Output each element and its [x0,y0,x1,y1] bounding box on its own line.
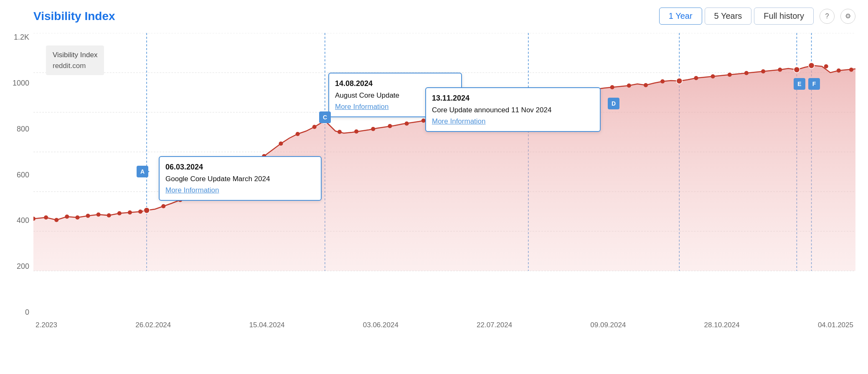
svg-point-23 [128,210,132,215]
svg-point-57 [676,78,682,84]
svg-point-35 [312,125,317,129]
svg-point-41 [405,121,409,126]
svg-point-60 [728,73,732,77]
svg-point-38 [354,129,358,134]
svg-point-39 [371,127,375,131]
svg-point-68 [849,68,853,72]
svg-point-49 [543,97,547,101]
svg-point-46 [488,106,492,111]
svg-point-64 [794,67,799,73]
svg-point-47 [505,104,510,108]
svg-point-21 [107,213,111,217]
marker-D[interactable]: D [608,98,619,109]
y-axis: 0 200 400 600 800 1000 1.2K [6,33,29,317]
svg-point-59 [711,74,715,78]
x-label-4: 22.07.2024 [477,321,512,350]
svg-point-32 [262,154,266,158]
svg-point-25 [144,207,150,213]
svg-point-65 [809,63,815,68]
svg-point-16 [54,218,58,222]
marker-B[interactable]: C [319,111,331,123]
marker-A[interactable]: A [137,166,148,177]
svg-point-63 [778,68,782,72]
svg-point-61 [744,71,749,75]
legend-subtitle: reddit.com [53,61,97,71]
svg-point-45 [472,110,476,114]
svg-point-62 [761,69,765,73]
svg-point-40 [388,124,392,128]
y-label-1200: 1.2K [6,33,29,42]
x-label-0: 2.2023 [36,321,57,350]
x-label-3: 03.06.2024 [363,321,398,350]
svg-point-19 [86,214,90,218]
svg-point-44 [455,113,459,117]
svg-point-28 [195,194,199,198]
y-label-0: 0 [6,308,29,317]
marker-F[interactable]: F [808,78,820,90]
x-axis: 2.2023 26.02.2024 15.04.2024 03.06.2024 … [33,321,855,350]
svg-point-20 [96,212,101,217]
legend-title: Visibility Index [53,50,97,61]
svg-point-66 [824,64,828,68]
btn-1year[interactable]: 1 Year [659,8,702,25]
svg-point-15 [44,215,48,220]
svg-point-67 [837,68,841,73]
svg-point-58 [694,76,698,80]
svg-point-43 [438,116,442,120]
legend-box: Visibility Index reddit.com [46,45,104,75]
marker-E[interactable]: E [794,78,805,90]
y-label-800: 800 [6,125,29,134]
svg-marker-13 [33,66,855,271]
y-label-1000: 1000 [6,79,29,88]
y-label-400: 400 [6,216,29,225]
svg-point-33 [279,142,283,146]
svg-point-30 [228,179,233,183]
settings-icon[interactable]: ⚙ [840,9,855,24]
svg-point-52 [593,87,597,91]
x-label-7: 04.01.2025 [818,321,853,350]
svg-point-22 [117,211,122,215]
svg-point-56 [660,79,665,83]
y-label-600: 600 [6,171,29,179]
svg-point-18 [75,215,79,220]
svg-point-54 [627,83,631,88]
btn-fullhistory[interactable]: Full history [754,8,814,25]
svg-point-27 [178,198,182,202]
chart-area: 0 200 400 600 800 1000 1.2K [33,33,855,350]
x-label-2: 15.04.2024 [249,321,284,350]
svg-point-34 [296,132,300,136]
svg-point-26 [161,204,165,208]
x-label-5: 09.09.2024 [590,321,626,350]
header: Visibility Index 1 Year 5 Years Full his… [33,8,855,25]
btn-5years[interactable]: 5 Years [705,8,752,25]
help-icon[interactable]: ? [820,9,835,24]
page-title: Visibility Index [33,10,115,23]
svg-point-29 [212,187,216,192]
y-label-200: 200 [6,262,29,271]
x-label-1: 26.02.2024 [135,321,171,350]
svg-point-24 [138,210,142,214]
svg-point-55 [644,83,648,87]
svg-point-50 [560,93,564,97]
svg-point-53 [610,85,614,89]
svg-point-31 [245,167,249,171]
svg-point-17 [65,215,69,219]
main-container: Visibility Index 1 Year 5 Years Full his… [0,0,868,374]
header-controls: 1 Year 5 Years Full history ? ⚙ [659,8,855,25]
svg-point-51 [576,89,581,94]
svg-point-37 [338,130,342,134]
x-label-6: 28.10.2024 [704,321,740,350]
svg-point-48 [525,98,531,104]
svg-point-42 [421,119,426,123]
chart-svg [33,33,855,317]
